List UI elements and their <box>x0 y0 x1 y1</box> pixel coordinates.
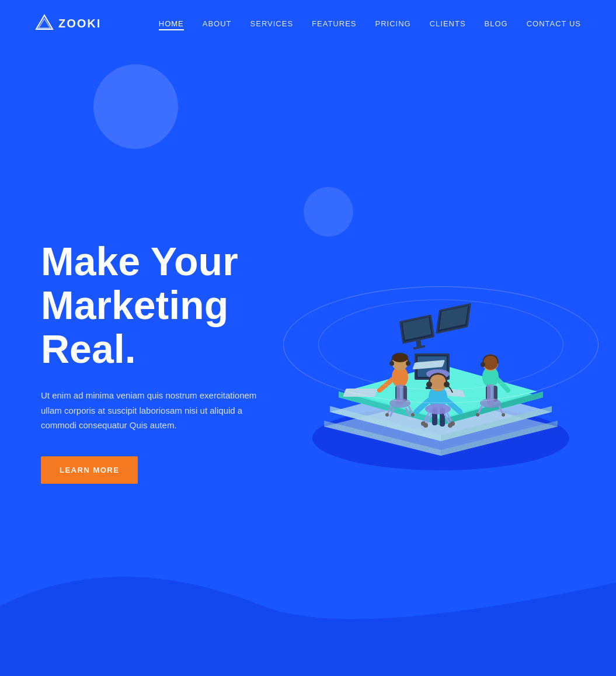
nav-item-services[interactable]: SERVICES <box>250 18 294 29</box>
hero-section: Make Your Marketing Real. Ut enim ad min… <box>0 47 616 676</box>
hero-description: Ut enim ad minima veniam quis nostrum ex… <box>41 388 263 433</box>
hero-title: Make Your Marketing Real. <box>41 240 292 370</box>
decorative-circle-large <box>93 64 178 149</box>
navbar: ZOOKI HOME ABOUT SERVICES FEATURES PRICI… <box>0 0 616 47</box>
svg-point-53 <box>476 413 479 417</box>
hero-content: Make Your Marketing Real. Ut enim ad min… <box>41 240 292 484</box>
svg-point-71 <box>448 423 453 428</box>
nav-links: HOME ABOUT SERVICES FEATURES PRICING CLI… <box>159 18 581 29</box>
logo-text: ZOOKI <box>58 17 101 30</box>
learn-more-button[interactable]: LEARN MORE <box>41 456 138 484</box>
svg-point-70 <box>423 423 428 428</box>
svg-point-54 <box>502 413 505 417</box>
hero-illustration <box>289 204 593 485</box>
logo-icon <box>35 14 54 33</box>
wave-background <box>0 489 616 676</box>
nav-item-home[interactable]: HOME <box>159 18 184 29</box>
nav-item-pricing[interactable]: PRICING <box>375 18 410 29</box>
svg-marker-1 <box>39 19 50 28</box>
svg-point-42 <box>385 413 389 417</box>
logo[interactable]: ZOOKI <box>35 14 101 33</box>
nav-item-blog[interactable]: BLOG <box>485 18 508 29</box>
nav-item-clients[interactable]: CLIENTS <box>430 18 466 29</box>
nav-item-contact[interactable]: CONTACT US <box>527 18 581 29</box>
nav-item-features[interactable]: FEATURES <box>312 18 356 29</box>
svg-point-43 <box>411 413 415 417</box>
nav-item-about[interactable]: ABOUT <box>203 18 232 29</box>
ring-inner <box>318 300 563 390</box>
